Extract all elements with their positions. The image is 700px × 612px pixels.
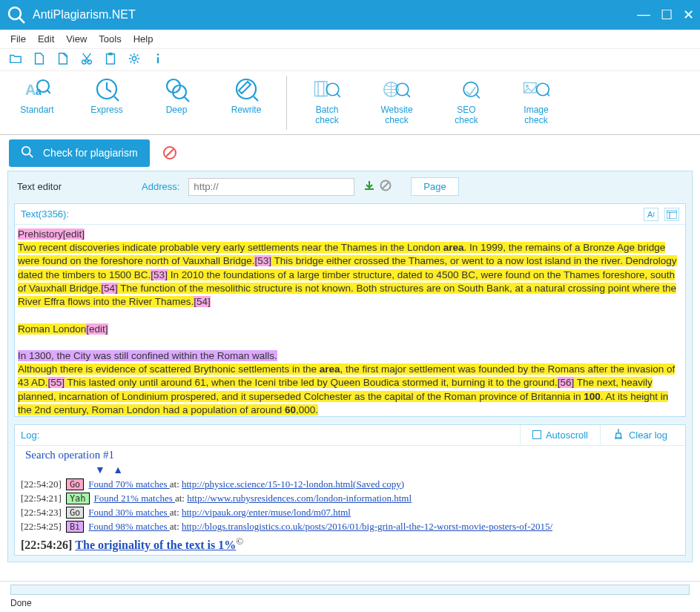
menu-tools[interactable]: Tools bbox=[99, 33, 121, 45]
batch-check-button-icon bbox=[314, 76, 340, 102]
menu-help[interactable]: Help bbox=[133, 33, 153, 45]
cut-icon[interactable] bbox=[80, 52, 93, 68]
minimize-button[interactable]: — bbox=[637, 7, 650, 23]
svg-line-34 bbox=[30, 154, 33, 157]
match-link[interactable]: Found 30% matches bbox=[88, 507, 169, 518]
text-segment: 100 bbox=[584, 391, 601, 402]
sort-arrows[interactable]: ▼ ▲ bbox=[95, 464, 679, 476]
clear-log-button[interactable]: Clear log bbox=[600, 425, 679, 445]
titlebar: AntiPlagiarism.NET — ☐ ✕ bbox=[0, 0, 700, 30]
log-body[interactable]: Search operation #1▼ ▲[22:54:20]GoFound … bbox=[15, 446, 685, 555]
log-at: at: bbox=[170, 478, 182, 490]
download-icon[interactable] bbox=[363, 180, 375, 194]
menu-view[interactable]: View bbox=[66, 33, 87, 45]
rewrite-button-icon bbox=[233, 76, 260, 102]
seo-check-button[interactable]: SEO check bbox=[443, 76, 490, 126]
text-segment: [edit] bbox=[86, 323, 108, 335]
text-segment: Roman London bbox=[18, 323, 86, 335]
text-mode-icon[interactable]: AI bbox=[644, 208, 658, 221]
svg-line-28 bbox=[477, 95, 481, 99]
rewrite-button-label: Rewrite bbox=[231, 105, 262, 116]
svg-point-22 bbox=[326, 83, 339, 96]
page-tab[interactable]: Page bbox=[411, 177, 458, 196]
deep-button[interactable]: Deep bbox=[153, 76, 200, 116]
cancel-icon[interactable] bbox=[380, 180, 392, 194]
status-text: Done bbox=[10, 598, 690, 608]
match-link[interactable]: Found 98% matches bbox=[88, 521, 169, 532]
express-button[interactable]: Express bbox=[83, 76, 131, 116]
originality-link[interactable]: The originality of the text is 1% bbox=[75, 539, 236, 551]
svg-rect-20 bbox=[315, 82, 324, 96]
stop-icon[interactable] bbox=[163, 146, 176, 159]
originality-result: [22:54:26] The originality of the text i… bbox=[21, 536, 679, 552]
text-segment: [55] bbox=[48, 377, 65, 388]
log-at: at: bbox=[175, 493, 187, 504]
close-button[interactable]: ✕ bbox=[683, 7, 694, 23]
status-bar: Done bbox=[0, 581, 700, 612]
rewrite-button[interactable]: Rewrite bbox=[222, 76, 270, 116]
svg-point-6 bbox=[132, 56, 136, 60]
editor-panel: Text(3356): AI Prehistory[edit]Two recen… bbox=[14, 203, 686, 417]
text-segment: [53] bbox=[151, 269, 168, 280]
website-check-button[interactable]: Website check bbox=[373, 76, 420, 126]
batch-check-button-label: Batch check bbox=[315, 105, 338, 126]
log-line: [22:54:25]BiFound 98% matches at: http:/… bbox=[21, 521, 679, 533]
standart-button-icon: Aa bbox=[24, 76, 50, 102]
image-check-button-label: Image check bbox=[524, 105, 548, 126]
match-url[interactable]: http://www.rubysresidences.com/london-in… bbox=[187, 493, 412, 504]
settings-icon[interactable] bbox=[128, 52, 141, 68]
text-segment: [edit] bbox=[63, 228, 85, 240]
match-url[interactable]: http://vipauk.org/enter/muse/lond/m07.ht… bbox=[182, 507, 351, 518]
checkbox-icon bbox=[532, 430, 541, 439]
menu-file[interactable]: File bbox=[10, 33, 26, 45]
check-plagiarism-button[interactable]: Check for plagiarism bbox=[9, 139, 150, 167]
log-line: [22:54:20]GoFound 70% matches at: http:/… bbox=[21, 478, 679, 490]
text-segment: Although there is evidence of scattered … bbox=[18, 363, 320, 375]
log-at: at: bbox=[170, 521, 182, 532]
new-file-icon[interactable] bbox=[33, 52, 46, 68]
standart-button-label: Standart bbox=[20, 105, 53, 116]
clear-log-label: Clear log bbox=[629, 430, 667, 441]
check-plagiarism-label: Check for plagiarism bbox=[43, 147, 138, 159]
app-logo-icon bbox=[6, 4, 27, 25]
address-input[interactable] bbox=[188, 178, 354, 196]
seo-check-button-label: SEO check bbox=[455, 105, 478, 126]
paste-icon[interactable] bbox=[104, 52, 117, 68]
log-timestamp: [22:54:25] bbox=[21, 521, 62, 533]
log-line: [22:54:23]GoFound 30% matches at: http:/… bbox=[21, 507, 679, 519]
search-operation-title: Search operation #1 bbox=[25, 449, 679, 461]
maximize-button[interactable]: ☐ bbox=[661, 7, 673, 23]
ribbon: AaStandartExpressDeepRewrite Batch check… bbox=[0, 71, 700, 135]
editor-body[interactable]: Prehistory[edit]Two recent discoveries i… bbox=[15, 225, 685, 416]
image-check-button[interactable]: Image check bbox=[512, 76, 560, 126]
log-timestamp: [22:54:20] bbox=[21, 478, 62, 490]
svg-rect-21 bbox=[318, 82, 327, 96]
match-link[interactable]: Found 70% matches bbox=[88, 478, 169, 490]
log-timestamp: [22:54:23] bbox=[21, 507, 62, 519]
text-segment: ,000. bbox=[296, 404, 318, 415]
svg-line-26 bbox=[407, 93, 411, 97]
open-folder-icon[interactable] bbox=[9, 52, 22, 68]
autoscroll-label: Autoscroll bbox=[546, 430, 588, 441]
text-segment: [54] bbox=[194, 296, 211, 307]
save-file-icon[interactable] bbox=[56, 52, 70, 68]
svg-line-17 bbox=[185, 97, 189, 102]
standart-button[interactable]: AaStandart bbox=[13, 76, 61, 116]
text-counter: Text(3356): bbox=[21, 208, 69, 220]
deep-button-label: Deep bbox=[166, 105, 188, 116]
layout-mode-icon[interactable] bbox=[664, 208, 679, 221]
text-segment: [53] bbox=[254, 255, 271, 266]
website-check-button-label: Website check bbox=[380, 105, 412, 126]
autoscroll-toggle[interactable]: Autoscroll bbox=[520, 425, 600, 445]
match-url[interactable]: http://physice.science/15-10-12-london.h… bbox=[182, 478, 404, 490]
website-check-button-icon bbox=[383, 76, 410, 102]
svg-line-19 bbox=[254, 96, 258, 101]
batch-check-button[interactable]: Batch check bbox=[303, 76, 351, 126]
menu-edit[interactable]: Edit bbox=[38, 33, 54, 45]
express-button-label: Express bbox=[90, 105, 122, 116]
match-url[interactable]: http://blogs.translogistics.co.uk/posts/… bbox=[182, 521, 552, 532]
menu-bar: FileEditViewToolsHelp bbox=[0, 30, 700, 49]
match-link[interactable]: Found 21% matches bbox=[94, 493, 175, 504]
svg-line-23 bbox=[337, 93, 341, 97]
info-icon[interactable] bbox=[151, 52, 165, 68]
